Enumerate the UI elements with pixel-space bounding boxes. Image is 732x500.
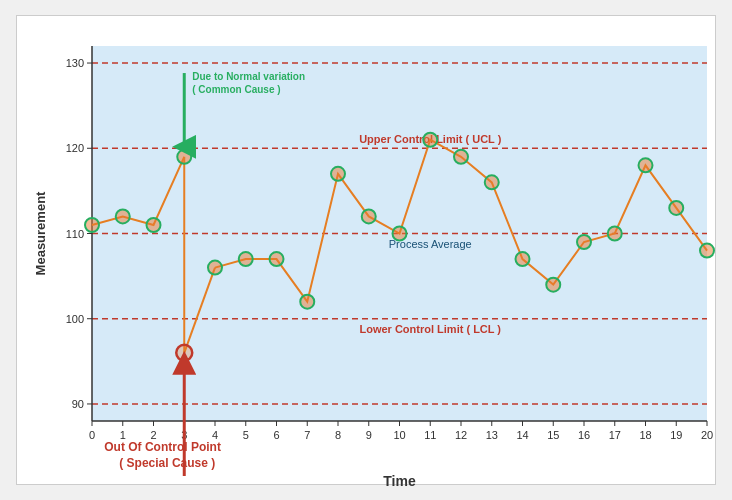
control-chart-svg: 9010011012013001234567891011121314151617… [27, 26, 705, 474]
svg-text:Measurement: Measurement [33, 191, 48, 275]
svg-point-71 [208, 261, 222, 275]
svg-point-78 [423, 133, 437, 147]
svg-text:17: 17 [609, 429, 621, 441]
svg-text:12: 12 [455, 429, 467, 441]
svg-text:90: 90 [72, 398, 84, 410]
svg-text:Out Of Control Point: Out Of Control Point [104, 440, 221, 454]
svg-text:9: 9 [366, 429, 372, 441]
svg-text:13: 13 [486, 429, 498, 441]
svg-point-84 [608, 227, 622, 241]
svg-point-81 [516, 252, 530, 266]
svg-text:14: 14 [516, 429, 528, 441]
svg-point-79 [454, 150, 468, 164]
svg-point-69 [147, 218, 161, 232]
svg-text:7: 7 [304, 429, 310, 441]
svg-point-67 [85, 218, 99, 232]
svg-point-73 [270, 252, 284, 266]
svg-text:20: 20 [701, 429, 713, 441]
svg-text:8: 8 [335, 429, 341, 441]
svg-text:6: 6 [273, 429, 279, 441]
svg-text:5: 5 [243, 429, 249, 441]
svg-text:11: 11 [424, 429, 436, 441]
svg-text:Due to Normal variation: Due to Normal variation [192, 71, 305, 82]
svg-text:15: 15 [547, 429, 559, 441]
svg-point-80 [485, 175, 499, 189]
svg-point-83 [577, 235, 591, 249]
chart-container: 9010011012013001234567891011121314151617… [16, 15, 716, 485]
chart-area: 9010011012013001234567891011121314151617… [27, 26, 705, 474]
svg-text:Time: Time [383, 473, 416, 489]
svg-point-74 [300, 295, 314, 309]
svg-text:( Special Cause ): ( Special Cause ) [119, 456, 215, 470]
svg-point-70 [177, 150, 191, 164]
svg-point-76 [362, 209, 376, 223]
svg-text:18: 18 [639, 429, 651, 441]
svg-point-82 [546, 278, 560, 292]
svg-point-72 [239, 252, 253, 266]
svg-text:120: 120 [66, 142, 84, 154]
svg-text:19: 19 [670, 429, 682, 441]
svg-text:10: 10 [393, 429, 405, 441]
svg-point-88 [176, 345, 192, 361]
svg-point-87 [700, 244, 714, 258]
svg-point-85 [639, 158, 653, 172]
svg-text:( Common Cause ): ( Common Cause ) [192, 84, 280, 95]
svg-text:Lower Control Limit ( LCL ): Lower Control Limit ( LCL ) [359, 323, 501, 335]
svg-point-77 [393, 227, 407, 241]
svg-point-68 [116, 209, 130, 223]
svg-point-75 [331, 167, 345, 181]
svg-text:110: 110 [66, 228, 84, 240]
svg-text:16: 16 [578, 429, 590, 441]
svg-text:100: 100 [66, 313, 84, 325]
svg-text:0: 0 [89, 429, 95, 441]
svg-text:130: 130 [66, 57, 84, 69]
svg-point-86 [669, 201, 683, 215]
